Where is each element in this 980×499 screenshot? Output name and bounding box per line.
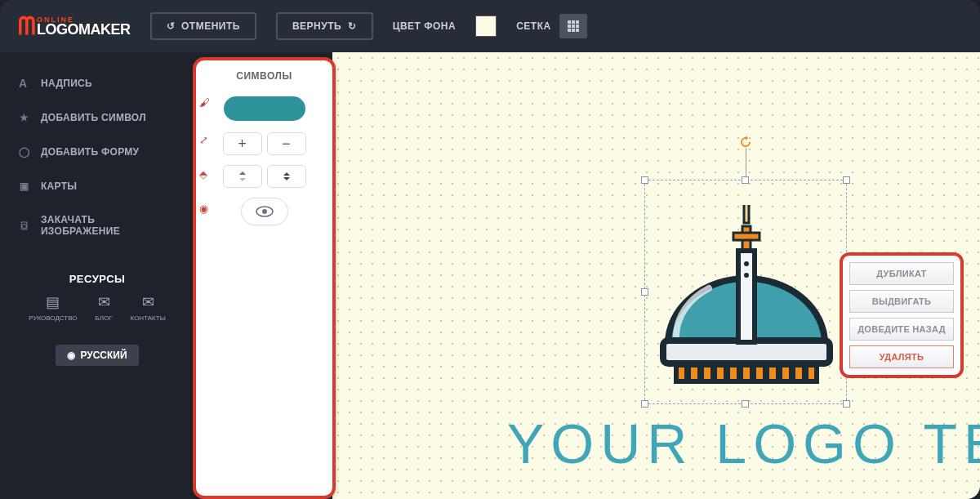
- svg-point-11: [262, 209, 267, 214]
- svg-rect-25: [737, 367, 743, 380]
- grid-toggle-button[interactable]: [559, 14, 587, 38]
- svg-rect-15: [733, 233, 760, 240]
- redo-icon: ↻: [348, 20, 357, 32]
- handle-bottom-right[interactable]: [843, 400, 850, 408]
- handle-bottom-mid[interactable]: [742, 400, 749, 408]
- book-icon: ▤: [46, 293, 60, 311]
- globe-icon: ◉: [67, 350, 75, 361]
- delete-button[interactable]: УДАЛЯТЬ: [849, 345, 954, 368]
- undo-icon: ↺: [167, 20, 176, 32]
- cards-icon: ▣: [18, 180, 31, 193]
- svg-rect-7: [572, 29, 575, 32]
- chat-icon: ✉: [98, 293, 110, 311]
- handle-left-mid[interactable]: [641, 288, 648, 296]
- brand-mark: ᗰ: [18, 12, 34, 41]
- image-icon: ⌼: [18, 219, 31, 232]
- svg-rect-1: [572, 20, 575, 24]
- resource-contacts[interactable]: ✉ КОНТАКТЫ: [131, 293, 166, 322]
- resources-title: РЕСУРСЫ: [69, 273, 126, 285]
- redo-button[interactable]: ВЕРНУТЬ ↻: [276, 12, 373, 40]
- svg-rect-29: [789, 367, 795, 380]
- sidebar-item-label: ЗАКАЧАТЬ ИЗОБРАЖЕНИЕ: [41, 214, 176, 237]
- svg-rect-27: [763, 367, 769, 380]
- top-toolbar: ᗰ ONLINE LOGOMAKER ↺ ОТМЕНИТЬ ВЕРНУТЬ ↻ …: [0, 0, 980, 52]
- svg-rect-4: [572, 25, 575, 28]
- logo-text[interactable]: YOUR LOGO TEXT: [507, 412, 980, 475]
- svg-rect-5: [576, 25, 579, 28]
- handle-bottom-left[interactable]: [641, 400, 648, 408]
- eye-small-icon: ◉: [199, 203, 211, 214]
- flip-h-icon: [280, 170, 293, 183]
- sidebar-item-label: ДОБАВИТЬ ФОРМУ: [41, 146, 139, 158]
- panel-title: СИМВОЛЫ: [236, 70, 292, 82]
- color-fill-pill[interactable]: [224, 96, 305, 121]
- flip-v-icon: [236, 170, 249, 183]
- design-canvas[interactable]: YOUR LOGO TEXT ДУБЛИКАТ ВЫДВИГАТЬ ДОВЕДИ…: [332, 52, 980, 499]
- svg-rect-24: [724, 367, 730, 380]
- handle-top-mid[interactable]: [742, 176, 749, 184]
- size-decrease-button[interactable]: −: [267, 132, 306, 155]
- duplicate-button[interactable]: ДУБЛИКАТ: [849, 262, 954, 285]
- svg-rect-23: [710, 367, 717, 380]
- send-back-button[interactable]: ДОВЕДИТЕ НАЗАД: [849, 318, 954, 341]
- svg-point-33: [744, 273, 749, 278]
- brush-icon: 🖌: [199, 96, 211, 108]
- left-sidebar: A НАДПИСЬ ★ ДОБАВИТЬ СИМВОЛ ◯ ДОБАВИТЬ Ф…: [0, 52, 194, 499]
- handle-top-left[interactable]: [641, 176, 648, 184]
- rotate-handle[interactable]: [740, 136, 751, 148]
- sidebar-item-label: ДОБАВИТЬ СИМВОЛ: [41, 112, 146, 123]
- text-icon: A: [18, 77, 31, 90]
- sidebar-item-label: КАРТЫ: [41, 180, 77, 192]
- circle-icon: ◯: [18, 145, 31, 158]
- resource-blog[interactable]: ✉ БЛОГ: [96, 293, 113, 322]
- sidebar-item-symbol[interactable]: ★ ДОБАВИТЬ СИМВОЛ: [0, 101, 194, 134]
- context-menu: ДУБЛИКАТ ВЫДВИГАТЬ ДОВЕДИТЕ НАЗАД УДАЛЯТ…: [840, 252, 964, 378]
- symbols-panel: СИМВОЛЫ 🖌 ⤢ + − ⬘ ◉: [193, 57, 336, 499]
- undo-button[interactable]: ↺ ОТМЕНИТЬ: [150, 12, 256, 40]
- svg-point-32: [744, 261, 749, 266]
- resources-block: РЕСУРСЫ ▤ РУКОВОДСТВО ✉ БЛОГ ✉ КОНТАКТЫ: [0, 273, 194, 366]
- flip-horizontal-button[interactable]: [267, 165, 306, 188]
- brand-logo: ᗰ ONLINE LOGOMAKER: [18, 12, 131, 41]
- svg-rect-22: [697, 367, 704, 380]
- svg-rect-26: [750, 367, 756, 380]
- sidebar-item-cards[interactable]: ▣ КАРТЫ: [0, 170, 194, 203]
- svg-rect-13: [744, 205, 749, 223]
- svg-rect-21: [684, 367, 691, 380]
- rotate-stem: [746, 148, 746, 177]
- flip-icon: ⬘: [199, 168, 211, 180]
- handle-top-right[interactable]: [843, 176, 850, 184]
- bg-color-label: ЦВЕТ ФОНА: [393, 20, 457, 32]
- grid-icon: [567, 20, 580, 33]
- eye-icon: [256, 206, 274, 217]
- bring-forward-button[interactable]: ВЫДВИГАТЬ: [849, 290, 954, 313]
- brand-line2: LOGOMAKER: [37, 23, 131, 36]
- resize-icon: ⤢: [199, 134, 211, 145]
- svg-rect-0: [568, 20, 571, 24]
- language-button[interactable]: ◉ РУССКИЙ: [56, 345, 138, 366]
- sidebar-item-shape[interactable]: ◯ ДОБАВИТЬ ФОРМУ: [0, 136, 194, 168]
- svg-rect-8: [576, 29, 579, 32]
- selection-box[interactable]: [644, 180, 847, 404]
- sidebar-item-label: НАДПИСЬ: [41, 78, 92, 89]
- helmet-symbol[interactable]: [652, 205, 841, 401]
- sidebar-item-text[interactable]: A НАДПИСЬ: [0, 67, 194, 100]
- svg-rect-20: [676, 365, 817, 381]
- star-icon: ★: [18, 111, 31, 124]
- svg-rect-28: [776, 367, 782, 380]
- grid-label: СЕТКА: [516, 20, 551, 32]
- resource-guide[interactable]: ▤ РУКОВОДСТВО: [29, 293, 77, 322]
- size-increase-button[interactable]: +: [223, 132, 262, 155]
- svg-text:A: A: [19, 78, 27, 89]
- svg-rect-6: [568, 29, 571, 32]
- visibility-toggle-button[interactable]: [241, 198, 288, 225]
- svg-rect-2: [576, 20, 579, 24]
- flip-vertical-button[interactable]: [223, 165, 262, 188]
- sidebar-item-upload[interactable]: ⌼ ЗАКАЧАТЬ ИЗОБРАЖЕНИЕ: [0, 204, 194, 247]
- mail-icon: ✉: [142, 293, 154, 311]
- bg-color-swatch[interactable]: [475, 16, 497, 37]
- svg-rect-30: [802, 367, 808, 380]
- svg-rect-3: [568, 25, 571, 28]
